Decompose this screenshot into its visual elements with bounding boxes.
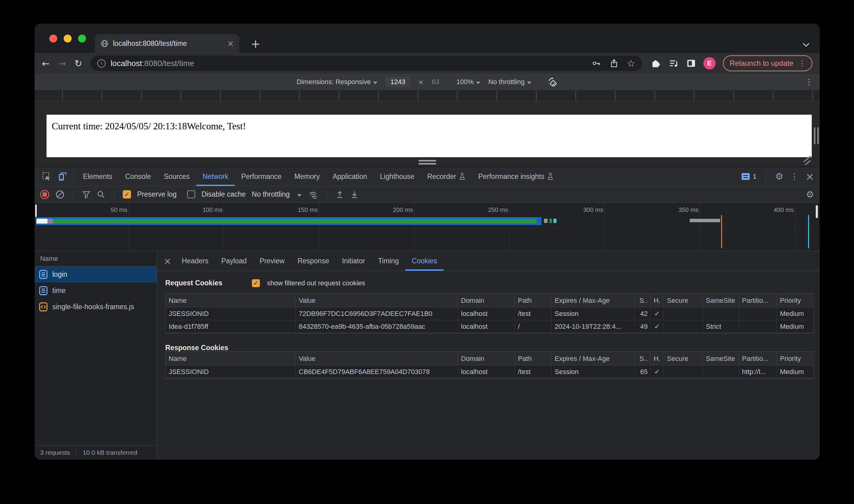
zoom-select[interactable]: 100% [456, 78, 480, 86]
reload-button[interactable]: ↻ [74, 58, 82, 69]
search-icon[interactable] [97, 190, 105, 199]
dimensions-select[interactable]: Dimensions: Responsive [297, 78, 378, 86]
table-cell: 72DB96F7DC1C6956D3F7ADEEC7FAE1B0 [296, 307, 458, 320]
preserve-log-checkbox[interactable]: ✓ [123, 190, 131, 198]
table-cell: localhost [458, 307, 515, 320]
response-cookies-title: Response Cookies [165, 344, 228, 352]
viewport-height-drag-handle[interactable] [418, 160, 436, 166]
tab-memory[interactable]: Memory [288, 167, 326, 186]
relaunch-label: Relaunch to update [730, 59, 794, 68]
url-text[interactable]: localhost:8080/test/time [110, 59, 587, 68]
tab-console[interactable]: Console [119, 167, 157, 186]
tab-initiator[interactable]: Initiator [335, 251, 371, 271]
browser-menu-kebab-icon[interactable]: ⋮ [798, 59, 806, 68]
tab-response[interactable]: Response [291, 251, 336, 271]
disable-cache-label[interactable]: Disable cache [202, 190, 245, 198]
tab-timing[interactable]: Timing [371, 251, 405, 271]
viewport-height-input[interactable]: 63 [432, 78, 439, 86]
tab-title: localhost:8080/test/time [113, 39, 223, 48]
forward-button[interactable]: → [58, 58, 66, 69]
issues-message-icon [742, 173, 750, 180]
tab-sources[interactable]: Sources [157, 167, 196, 186]
script-icon [39, 302, 48, 312]
table-cell: ✓ [650, 365, 664, 378]
zoom-window-button[interactable] [78, 35, 86, 42]
traffic-lights [49, 35, 86, 42]
share-icon[interactable] [609, 58, 618, 68]
tab-performance-insights[interactable]: Performance insights [472, 167, 560, 186]
table-cell [739, 307, 777, 320]
url-bar[interactable]: i localhost:8080/test/time ☆ [91, 56, 642, 71]
column-header: Domain [458, 352, 515, 365]
tab-payload[interactable]: Payload [215, 251, 253, 271]
network-status-bar: 3 requests 10.0 kB transferred [35, 445, 157, 460]
viewport-width-drag-handle[interactable] [814, 127, 819, 144]
new-tab-button[interactable]: + [251, 37, 261, 51]
table-cell: Session [552, 307, 635, 320]
devtools-close-icon[interactable]: × [806, 171, 815, 182]
import-har-icon[interactable] [335, 190, 344, 199]
close-detail-icon[interactable]: × [159, 251, 175, 271]
table-cell [703, 307, 739, 320]
reading-list-icon[interactable] [668, 58, 679, 68]
device-toolbar-toggle-button[interactable] [55, 167, 71, 186]
tab-headers[interactable]: Headers [175, 251, 215, 271]
tab-preview[interactable]: Preview [253, 251, 291, 271]
request-row-time[interactable]: time [35, 283, 157, 299]
chevron-down-icon[interactable] [803, 41, 809, 46]
request-row-script[interactable]: single-file-hooks-frames.js [35, 299, 157, 315]
network-overview-timeline[interactable]: 50 ms 100 ms 150 ms 200 ms 250 ms 300 ms… [35, 203, 820, 251]
site-info-icon[interactable]: i [97, 59, 106, 68]
close-window-button[interactable] [49, 35, 57, 42]
back-button[interactable]: ← [42, 58, 50, 69]
tab-recorder[interactable]: Recorder [421, 167, 472, 186]
bookmark-star-icon[interactable]: ☆ [627, 57, 635, 69]
rotate-viewport-icon[interactable] [547, 77, 558, 87]
timeline-scrollbar[interactable] [816, 205, 818, 218]
browser-tab[interactable]: localhost:8080/test/time × [95, 34, 239, 53]
dimensions-times: × [418, 78, 424, 86]
request-row-login[interactable]: login [35, 266, 157, 283]
table-cell [664, 307, 703, 320]
waterfall-pending-bar [690, 219, 720, 222]
tab-elements[interactable]: Elements [76, 167, 119, 186]
tab-network[interactable]: Network [196, 167, 235, 186]
devtools-settings-gear-icon[interactable]: ⚙ [775, 172, 784, 181]
show-filtered-cookies-label[interactable]: show filtered out request cookies [267, 279, 365, 287]
tab-application[interactable]: Application [326, 167, 374, 186]
table-cell: CB6DE4F5D79ABF6A8EE759A04D703078 [296, 365, 458, 378]
tab-cookies[interactable]: Cookies [405, 251, 443, 271]
request-list-header[interactable]: Name [35, 251, 157, 266]
profile-avatar[interactable]: E [703, 57, 716, 69]
network-conditions-icon[interactable] [308, 190, 318, 199]
show-filtered-cookies-checkbox[interactable]: ✓ [252, 279, 260, 287]
rendered-page[interactable]: Current time: 2024/05/05/ 20:13:18Welcom… [47, 115, 812, 157]
network-settings-gear-icon[interactable]: ⚙ [806, 190, 814, 199]
table-cell: Medium [777, 320, 814, 333]
relaunch-to-update-button[interactable]: Relaunch to update ⋮ [723, 55, 813, 71]
password-key-icon[interactable] [592, 59, 602, 68]
inspect-element-button[interactable] [38, 167, 55, 186]
disable-cache-checkbox[interactable] [187, 190, 195, 198]
devtools-kebab-icon[interactable]: ⋮ [790, 172, 799, 182]
preserve-log-label[interactable]: Preserve log [137, 190, 177, 198]
minimize-window-button[interactable] [64, 35, 72, 42]
device-toolbar-kebab-icon[interactable]: ⋮ [805, 77, 813, 87]
export-har-icon[interactable] [350, 190, 359, 199]
viewport-ruler [35, 91, 820, 101]
tab-performance[interactable]: Performance [235, 167, 288, 186]
viewport-corner-resize-grip[interactable] [803, 158, 812, 165]
tab-lighthouse[interactable]: Lighthouse [373, 167, 421, 186]
throttling-select[interactable]: No throttling [488, 78, 531, 86]
extensions-puzzle-icon[interactable] [651, 58, 661, 69]
clear-network-log-icon[interactable] [55, 190, 65, 199]
filter-funnel-icon[interactable] [82, 190, 91, 199]
record-network-log-button[interactable] [40, 190, 49, 199]
tab-close-icon[interactable]: × [227, 39, 234, 48]
timeline-tick: 300 ms [566, 206, 603, 214]
side-panel-icon[interactable] [686, 59, 696, 68]
viewport-width-input[interactable]: 1243 [385, 77, 410, 87]
column-header: Path [515, 352, 552, 365]
issues-counter[interactable]: 1 [742, 173, 756, 180]
network-throttling-select[interactable]: No throttling [252, 190, 301, 198]
